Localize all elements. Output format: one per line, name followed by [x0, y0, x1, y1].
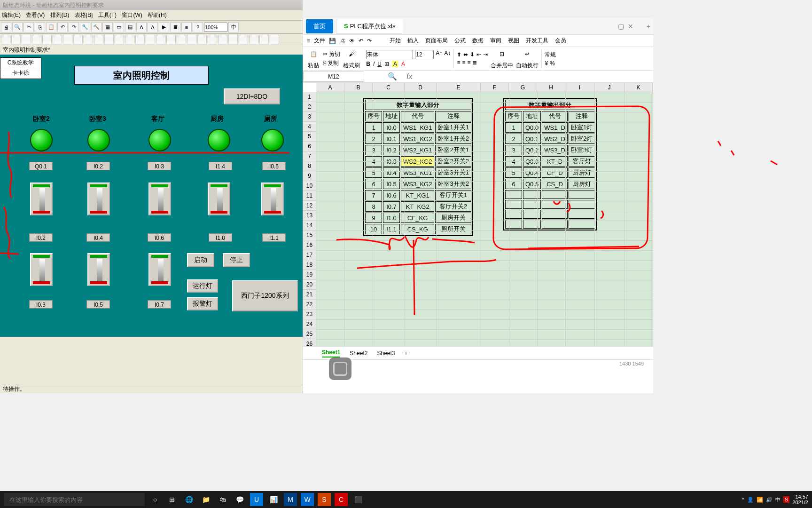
- input-cell[interactable]: 卧室1开关1: [435, 122, 471, 133]
- align19-icon[interactable]: [187, 35, 196, 44]
- align18-icon[interactable]: [177, 35, 186, 44]
- menu-view[interactable]: 查看(V): [26, 12, 45, 18]
- output-cell[interactable]: 厨房灯: [569, 167, 595, 178]
- output-cell[interactable]: 5: [505, 167, 522, 178]
- paste-icon[interactable]: 📋: [307, 48, 320, 61]
- input-cell[interactable]: I0.5: [383, 179, 400, 189]
- app1-icon[interactable]: U: [250, 493, 263, 506]
- input-cell[interactable]: WS2_KG1: [401, 145, 434, 155]
- wrap-section[interactable]: ↵ 自动换行: [516, 48, 539, 70]
- input-cell[interactable]: WS1_KG2: [401, 134, 434, 144]
- output-cell[interactable]: 1: [505, 122, 522, 133]
- row-header-18[interactable]: 18: [303, 260, 316, 270]
- col-header-C[interactable]: C: [373, 83, 405, 92]
- row-header-7[interactable]: 7: [303, 151, 316, 161]
- input-cell[interactable]: I0.1: [383, 134, 400, 144]
- output-cell[interactable]: 卧室1灯: [569, 122, 595, 133]
- switch-r2-0[interactable]: [30, 253, 53, 286]
- input-cell[interactable]: 卧室3开关1: [435, 167, 471, 178]
- input-cell[interactable]: 客厅开关1: [435, 190, 471, 200]
- fx-label[interactable]: fx: [406, 72, 412, 81]
- app3-icon[interactable]: C: [335, 493, 348, 506]
- row-header-11[interactable]: 11: [303, 191, 316, 201]
- output-cell[interactable]: Q0.2: [523, 145, 541, 155]
- hammer-icon[interactable]: 🔨: [91, 22, 102, 32]
- col-header-E[interactable]: E: [437, 83, 481, 92]
- qat-print-icon[interactable]: 🖨: [340, 38, 345, 44]
- menu-edit[interactable]: 编辑(E): [2, 12, 21, 18]
- undo-icon[interactable]: ↶: [57, 22, 68, 32]
- qat-save-icon[interactable]: 💾: [329, 38, 336, 44]
- app2-icon[interactable]: 📊: [267, 493, 280, 506]
- input-cell[interactable]: 5: [365, 167, 382, 178]
- output-cell[interactable]: WS3_D: [542, 145, 568, 155]
- align20-icon[interactable]: [197, 35, 207, 44]
- input-cell[interactable]: I1.1: [383, 224, 400, 234]
- cells-grid[interactable]: 数字量输入部分 序号地址代号注释 1I0.0WS1_KG1卧室1开关12I0.1…: [316, 92, 653, 346]
- switch-r1-2[interactable]: [148, 183, 171, 215]
- input-cell[interactable]: CS_KG: [401, 224, 434, 234]
- col-header-J[interactable]: J: [594, 83, 625, 92]
- app4-icon[interactable]: ⬛: [351, 493, 365, 506]
- ribbon-layout[interactable]: 页面布局: [425, 37, 448, 45]
- window-icon[interactable]: ▭: [114, 22, 124, 32]
- border-icon[interactable]: ⊞: [384, 61, 389, 67]
- row-header-5[interactable]: 5: [303, 132, 316, 142]
- output-cell[interactable]: 卧室2灯: [569, 134, 595, 144]
- row-header-21[interactable]: 21: [303, 290, 316, 300]
- input-cell[interactable]: 2: [365, 134, 382, 144]
- align3-icon[interactable]: [22, 35, 31, 44]
- input-cell[interactable]: I1.0: [383, 213, 400, 223]
- input-cell[interactable]: 厨房开关: [435, 213, 471, 223]
- row-header-15[interactable]: 15: [303, 230, 316, 240]
- output-cell[interactable]: 6: [505, 179, 522, 189]
- menu-help[interactable]: 帮助(H): [148, 12, 167, 18]
- italic-icon[interactable]: I: [373, 61, 375, 67]
- ribbon-insert[interactable]: 插入: [407, 37, 419, 45]
- wps-tab-home[interactable]: 首页: [306, 19, 333, 33]
- store-icon[interactable]: 🛍: [216, 493, 229, 506]
- align14-icon[interactable]: [135, 35, 145, 44]
- row-header-24[interactable]: 24: [303, 319, 316, 329]
- number-format[interactable]: 常规: [545, 51, 556, 59]
- align17-icon[interactable]: [166, 35, 176, 44]
- menu-window[interactable]: 窗口(W): [122, 12, 142, 18]
- font-select[interactable]: [366, 50, 413, 59]
- input-cell[interactable]: I0.6: [383, 190, 400, 200]
- align-just-icon[interactable]: ≣: [472, 59, 477, 66]
- merge-section[interactable]: ⊡ 合并居中: [491, 48, 513, 70]
- format-painter[interactable]: 🖌 格式刷: [343, 48, 360, 70]
- preview-icon[interactable]: 🔍: [12, 22, 23, 32]
- sheet-tab-2[interactable]: Sheet2: [350, 350, 367, 357]
- input-cell[interactable]: KT_KG1: [401, 190, 434, 200]
- input-cell[interactable]: CF_KG: [401, 213, 434, 223]
- tray-wifi-icon[interactable]: 📶: [757, 497, 763, 503]
- align-top-icon[interactable]: ⬆: [457, 51, 461, 58]
- row-header-16[interactable]: 16: [303, 240, 316, 250]
- grid-icon[interactable]: ▦: [102, 22, 113, 32]
- input-cell[interactable]: 卧室1开关2: [435, 134, 471, 144]
- siemens-icon[interactable]: S: [318, 493, 331, 506]
- input-cell[interactable]: WS3_KG2: [401, 179, 434, 189]
- currency-icon[interactable]: ¥: [545, 60, 548, 67]
- align22-icon[interactable]: [218, 35, 227, 44]
- align1-icon[interactable]: [1, 35, 10, 44]
- output-cell[interactable]: Q0.4: [523, 167, 541, 178]
- file-menu[interactable]: 文件: [314, 37, 325, 45]
- output-cell[interactable]: WS1_D: [542, 122, 568, 133]
- zoom-input[interactable]: [204, 23, 227, 32]
- restore-icon[interactable]: ▢: [618, 23, 624, 30]
- output-cell[interactable]: 3: [505, 145, 522, 155]
- align-bot-icon[interactable]: ⬇: [470, 51, 475, 58]
- qat-redo-icon[interactable]: ↷: [367, 38, 372, 44]
- input-cell[interactable]: I0.7: [383, 201, 400, 212]
- tile-icon[interactable]: ▤: [125, 22, 135, 32]
- align21-icon[interactable]: [208, 35, 217, 44]
- mcgs-icon[interactable]: M: [284, 493, 297, 506]
- align-mid-icon[interactable]: ⬌: [463, 51, 468, 58]
- output-cell[interactable]: Q0.1: [523, 134, 541, 144]
- a1-icon[interactable]: A: [136, 22, 147, 32]
- align-center-icon[interactable]: ≡: [462, 59, 465, 66]
- output-cell[interactable]: 卧室3灯: [569, 145, 595, 155]
- ribbon-dev[interactable]: 开发工具: [526, 37, 548, 45]
